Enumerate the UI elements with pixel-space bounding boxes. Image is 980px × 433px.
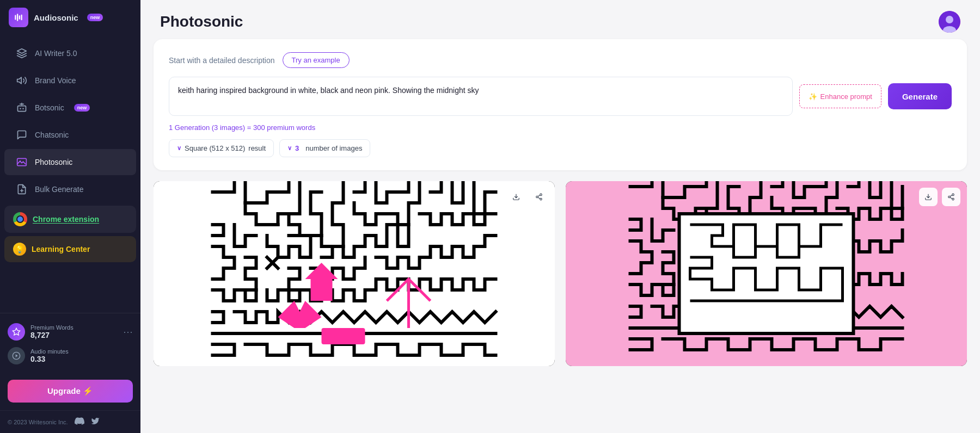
image-1-bg: [154, 181, 555, 366]
description-label: Start with a detailed description: [169, 56, 275, 65]
sidebar-stats: Premium Words 8,727 ⋯ Audio minutes 0.33: [0, 313, 140, 374]
sidebar-item-ai-writer[interactable]: AI Writer 5.0: [4, 40, 136, 66]
svg-point-6: [22, 108, 24, 109]
audio-minutes-info: Audio minutes 0.33: [30, 348, 69, 363]
svg-rect-2: [19, 15, 20, 20]
svg-line-23: [538, 197, 540, 199]
enhance-label: Enhance prompt: [820, 92, 872, 101]
svg-rect-4: [18, 106, 26, 112]
svg-point-29: [952, 198, 954, 200]
learning-center-label: Learning Center: [32, 245, 90, 253]
svg-point-27: [952, 194, 954, 196]
main-content: Photosonic Start with a detailed descrip…: [140, 0, 980, 433]
sidebar-item-photosonic[interactable]: Photosonic: [4, 149, 136, 175]
stats-more-button[interactable]: ⋯: [123, 326, 133, 338]
audio-minutes-icon: [8, 347, 25, 364]
sidebar-item-chatsonic[interactable]: Chatsonic: [4, 122, 136, 148]
twitter-icon[interactable]: [91, 417, 100, 427]
generated-image-1: [154, 181, 555, 366]
images-filter-text: number of images: [305, 144, 362, 152]
bulk-generate-icon: [15, 183, 28, 196]
audio-minutes-row: Audio minutes 0.33: [8, 344, 133, 368]
image-2-bg: [566, 181, 967, 366]
sidebar-item-chrome-extension[interactable]: Chrome extension: [4, 206, 136, 233]
enhance-icon: ✨: [808, 92, 817, 101]
prompt-card: Start with a detailed description Try an…: [154, 39, 967, 170]
sidebar-app-header: Audiosonic new: [0, 0, 140, 35]
svg-marker-11: [13, 328, 20, 335]
sidebar-item-botsonic-label: Botsonic: [35, 103, 64, 112]
discord-icon[interactable]: [75, 416, 84, 428]
sidebar-item-brand-voice-label: Brand Voice: [35, 76, 76, 85]
sidebar-footer: © 2023 Writesonic Inc.: [0, 410, 140, 433]
upgrade-button[interactable]: Upgrade ⚡: [8, 380, 133, 403]
size-filter-dropdown[interactable]: ∨ Square (512 x 512) result: [169, 139, 274, 157]
svg-point-21: [536, 196, 538, 198]
sidebar-app-name: Audiosonic: [34, 13, 78, 22]
sidebar: Audiosonic new AI Writer 5.0 Brand Voice: [0, 0, 140, 433]
enhance-prompt-button[interactable]: ✨ Enhance prompt: [799, 84, 881, 108]
svg-point-20: [540, 194, 542, 196]
sidebar-item-photosonic-label: Photosonic: [35, 158, 72, 166]
app-logo: [9, 8, 28, 27]
sidebar-item-bulk-generate[interactable]: Bulk Generate: [4, 176, 136, 202]
svg-line-24: [538, 195, 540, 196]
svg-point-15: [946, 16, 953, 23]
lightbulb-icon: 💡: [13, 243, 26, 256]
prompt-input-row: keith haring inspired background in whit…: [169, 77, 952, 116]
chevron-down-icon-2: ∨: [287, 145, 292, 152]
image-2-share-button[interactable]: [942, 188, 960, 206]
user-avatar[interactable]: [939, 11, 960, 33]
chevron-down-icon: ∨: [177, 145, 181, 152]
audio-minutes-label: Audio minutes: [30, 348, 69, 355]
images-filter-dropdown[interactable]: ∨ 3 number of images: [279, 139, 370, 157]
chrome-extension-label: Chrome extension: [33, 215, 99, 224]
image-1-download-button[interactable]: [507, 188, 525, 206]
brand-voice-icon: [15, 74, 28, 87]
generate-button[interactable]: Generate: [888, 83, 952, 109]
premium-words-label: Premium Words: [30, 324, 74, 331]
botsonic-new-badge: new: [74, 104, 90, 112]
try-example-button[interactable]: Try an example: [283, 52, 350, 68]
images-grid: [140, 181, 980, 382]
image-2-actions: [919, 188, 960, 206]
sidebar-item-learning-center[interactable]: 💡 Learning Center: [4, 236, 136, 262]
svg-point-22: [540, 198, 542, 200]
size-filter-label: result: [248, 144, 266, 152]
ai-writer-icon: [15, 47, 28, 60]
filter-row: ∨ Square (512 x 512) result ∨ 3 number o…: [169, 139, 952, 157]
svg-rect-26: [679, 214, 854, 333]
chatsonic-icon: [15, 128, 28, 141]
sidebar-item-chatsonic-label: Chatsonic: [35, 131, 69, 139]
botsonic-icon: [15, 101, 28, 114]
prompt-textarea[interactable]: keith haring inspired background in whit…: [169, 77, 793, 116]
sidebar-item-botsonic[interactable]: Botsonic new: [4, 95, 136, 121]
images-filter-value: 3: [295, 144, 299, 152]
svg-line-30: [950, 197, 952, 199]
main-header: Photosonic: [140, 0, 980, 39]
svg-line-31: [950, 195, 952, 196]
svg-rect-0: [15, 15, 16, 20]
svg-point-5: [20, 108, 21, 109]
copyright-text: © 2023 Writesonic Inc.: [8, 419, 68, 425]
words-info: 1 Generation (3 images) = 300 premium wo…: [169, 123, 952, 132]
prompt-header: Start with a detailed description Try an…: [169, 52, 952, 68]
page-title: Photosonic: [160, 13, 243, 30]
svg-marker-13: [16, 354, 18, 357]
image-2-download-button[interactable]: [919, 188, 938, 206]
premium-words-value: 8,727: [30, 331, 74, 339]
premium-words-info: Premium Words 8,727: [30, 324, 74, 339]
chrome-icon: [13, 212, 27, 226]
image-1-share-button[interactable]: [530, 188, 548, 206]
premium-words-row: Premium Words 8,727 ⋯: [8, 320, 133, 344]
sidebar-item-ai-writer-label: AI Writer 5.0: [35, 49, 77, 58]
audiosonic-new-badge: new: [87, 14, 103, 21]
svg-point-28: [948, 196, 951, 198]
sidebar-item-brand-voice[interactable]: Brand Voice: [4, 67, 136, 94]
photosonic-icon: [15, 156, 28, 169]
sidebar-item-bulk-generate-label: Bulk Generate: [35, 185, 84, 194]
generated-image-2: [566, 181, 967, 366]
svg-rect-18: [322, 328, 365, 344]
sidebar-nav: AI Writer 5.0 Brand Voice: [0, 35, 140, 313]
svg-rect-3: [21, 15, 22, 21]
